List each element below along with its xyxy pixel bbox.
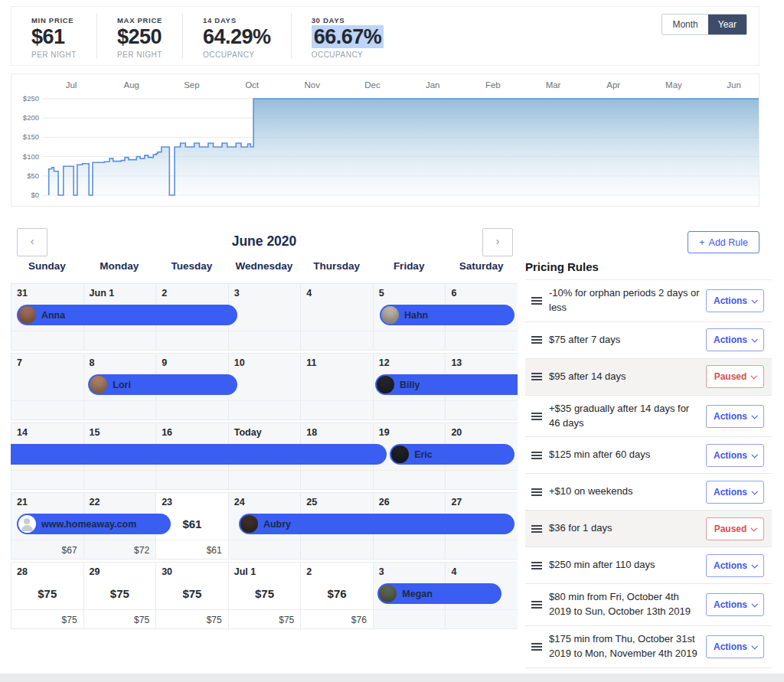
actions-dropdown-button[interactable]: Actions: [706, 328, 764, 351]
calendar-day-cell[interactable]: 2$76$76: [300, 562, 373, 629]
x-axis-month-label: Jun: [727, 80, 741, 90]
drag-handle-icon[interactable]: [531, 452, 542, 459]
bottom-divider-strip: [0, 674, 784, 682]
actions-dropdown-button[interactable]: Actions: [706, 481, 764, 504]
calendar-day-cell[interactable]: 3: [228, 283, 301, 351]
actions-dropdown-button[interactable]: Actions: [706, 635, 764, 658]
booking-bar[interactable]: Aubry: [239, 514, 514, 534]
pricing-dashboard: MIN PRICE $61 PER NIGHT MAX PRICE $250 P…: [0, 0, 784, 682]
drag-handle-icon[interactable]: [531, 601, 542, 609]
calendar-day-cell[interactable]: Jul 1$75$75: [228, 562, 301, 629]
actions-dropdown-button[interactable]: Actions: [706, 554, 764, 577]
y-axis-tick-label: $200: [23, 113, 39, 122]
chevron-down-icon: [751, 336, 757, 342]
actions-dropdown-button[interactable]: Actions: [706, 405, 764, 428]
x-axis-month-label: Sep: [184, 80, 199, 90]
pricing-rule-row: $36 for 1 daysPaused: [525, 511, 772, 547]
weekday-label: Wednesday: [228, 260, 301, 280]
stats-bar: MIN PRICE $61 PER NIGHT MAX PRICE $250 P…: [11, 6, 760, 66]
drag-handle-icon[interactable]: [531, 525, 542, 533]
stat-sub: OCCUPANCY: [312, 51, 384, 59]
toggle-year-button[interactable]: Year: [708, 15, 746, 34]
stat-14day-occupancy: 14 DAYS 64.29% OCCUPANCY: [182, 13, 291, 59]
calendar-day-cell[interactable]: 4: [300, 283, 373, 351]
next-month-button[interactable]: ›: [482, 228, 513, 256]
booking-bar[interactable]: Megan: [377, 583, 501, 604]
month-year-toggle: Month Year: [662, 14, 747, 35]
day-base-price: $75: [134, 615, 149, 625]
rule-description: $95 after 14 days: [549, 370, 706, 384]
day-number: 23: [162, 497, 172, 507]
rule-button-label: Actions: [714, 295, 747, 306]
booking-bar[interactable]: www.homeaway.com: [17, 514, 171, 534]
booking-guest-name: Lori: [113, 380, 131, 390]
booking-bar[interactable]: Eric: [390, 444, 514, 465]
drag-handle-icon[interactable]: [531, 336, 542, 344]
day-number: 14: [17, 427, 28, 438]
calendar-day-cell[interactable]: 29$75$75: [83, 562, 156, 629]
day-price: $75: [84, 587, 156, 600]
prev-month-button[interactable]: ‹: [17, 228, 47, 256]
paused-dropdown-button[interactable]: Paused: [706, 365, 764, 388]
add-rule-button[interactable]: + Add Rule: [688, 231, 760, 253]
booking-bar[interactable]: [11, 444, 387, 465]
toggle-month-button[interactable]: Month: [662, 15, 707, 34]
calendar-month-title: June 2020: [11, 227, 518, 250]
calendar-day-cell[interactable]: 30$75$75: [155, 562, 228, 629]
rule-button-label: Actions: [714, 560, 747, 571]
day-base-price: $76: [351, 615, 367, 625]
guest-avatar: [381, 306, 399, 324]
day-number: 27: [451, 497, 462, 507]
weekday-header-row: SundayMondayTuesdayWednesdayThursdayFrid…: [11, 260, 518, 280]
weekday-label: Sunday: [11, 260, 83, 280]
actions-dropdown-button[interactable]: Actions: [706, 444, 764, 467]
paused-dropdown-button[interactable]: Paused: [706, 517, 764, 540]
y-axis-tick-label: $0: [31, 191, 39, 199]
x-axis-month-label: Nov: [305, 80, 321, 90]
drag-handle-icon[interactable]: [531, 297, 542, 305]
stat-max-price: MAX PRICE $250 PER NIGHT: [96, 13, 182, 59]
actions-dropdown-button[interactable]: Actions: [706, 593, 764, 616]
drag-handle-icon[interactable]: [531, 562, 542, 569]
pricing-rules-list: -10% for orphan periods 2 days or lessAc…: [525, 279, 772, 668]
pricing-rule-row: +$10 on weekendsActions: [525, 474, 772, 511]
day-number: 3: [234, 288, 240, 299]
calendar-day-cell[interactable]: 7: [11, 353, 83, 420]
booking-guest-name: Hahn: [404, 310, 428, 321]
x-axis-month-label: Mar: [546, 80, 561, 90]
booking-guest-name: Billy: [400, 380, 420, 390]
drag-handle-icon[interactable]: [531, 413, 542, 420]
day-number: 30: [162, 566, 172, 577]
day-number: 18: [306, 427, 317, 438]
stat-label: MIN PRICE: [31, 16, 77, 24]
rule-button-label: Actions: [714, 599, 747, 610]
day-number: 2: [162, 288, 167, 299]
weekday-label: Thursday: [300, 260, 373, 280]
booking-bar[interactable]: Hahn: [380, 305, 514, 325]
rule-description: $80 min from Fri, October 4th 2019 to Su…: [549, 590, 706, 619]
weekday-label: Saturday: [445, 260, 518, 280]
day-number: 6: [451, 288, 456, 299]
calendar-day-cell[interactable]: 11: [300, 353, 373, 420]
booking-bar[interactable]: Billy: [375, 374, 518, 395]
calendar-week-row: 141516Today181920Eric: [11, 423, 518, 490]
rule-description: -10% for orphan periods 2 days or less: [549, 286, 706, 315]
day-number: 16: [162, 427, 172, 438]
y-axis-tick-label: $150: [23, 132, 39, 141]
day-number: 25: [306, 497, 317, 507]
calendar-day-cell[interactable]: 10: [228, 353, 301, 420]
drag-handle-icon[interactable]: [531, 643, 542, 651]
rule-button-label: Actions: [714, 411, 747, 422]
booking-bar[interactable]: Lori: [88, 374, 237, 395]
booking-bar[interactable]: Anna: [17, 305, 237, 325]
channel-avatar-icon: [18, 515, 36, 533]
actions-dropdown-button[interactable]: Actions: [706, 289, 764, 312]
drag-handle-icon[interactable]: [531, 373, 542, 380]
rule-description: $125 min after 60 days: [549, 448, 706, 462]
booking-guest-name: Aubry: [263, 519, 291, 530]
day-base-price: $75: [279, 615, 294, 625]
chevron-down-icon: [751, 413, 757, 419]
day-number: 29: [90, 566, 100, 577]
drag-handle-icon[interactable]: [531, 488, 542, 496]
calendar-day-cell[interactable]: 28$75$75: [11, 562, 83, 629]
